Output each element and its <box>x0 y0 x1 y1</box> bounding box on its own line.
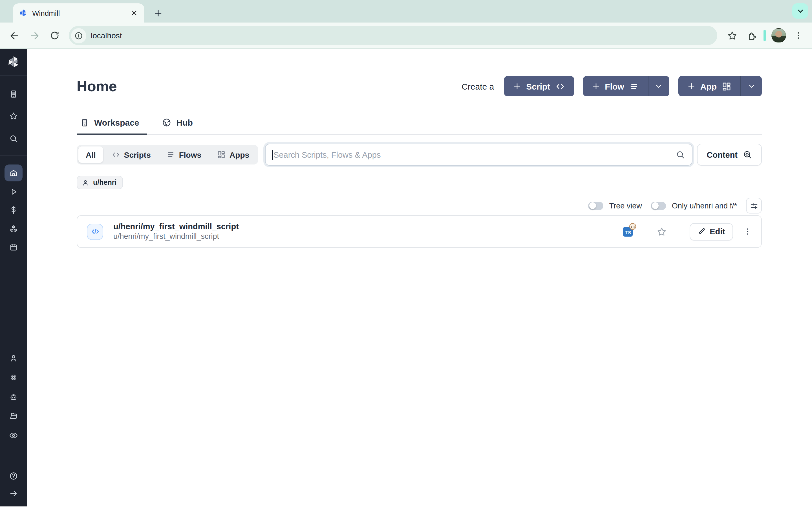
windmill-logo[interactable] <box>0 55 27 69</box>
kebab-menu-icon[interactable] <box>742 226 753 237</box>
sidebar-item-runs[interactable] <box>0 184 27 199</box>
search-input[interactable]: Search Scripts, Flows & Apps <box>265 144 693 166</box>
search-code-icon <box>743 150 752 159</box>
create-app-label: App <box>700 81 717 91</box>
bun-icon <box>629 223 636 230</box>
toolbar-right <box>725 28 806 43</box>
search-placeholder: Search Scripts, Flows & Apps <box>273 150 675 159</box>
url-text: localhost <box>91 31 122 40</box>
only-owner-toggle[interactable] <box>651 202 666 210</box>
new-tab-icon[interactable] <box>151 6 165 20</box>
create-app-dropdown[interactable] <box>741 76 762 96</box>
sidebar <box>0 49 27 506</box>
sidebar-item-folders[interactable] <box>0 408 27 423</box>
filter-scripts[interactable]: Scripts <box>104 147 158 163</box>
sidebar-item-user[interactable] <box>0 351 27 365</box>
owner-badge-label: u/henri <box>93 179 116 186</box>
dashboard-grid-icon <box>217 151 225 159</box>
tab-close-icon[interactable] <box>130 8 139 17</box>
text-caret <box>272 150 273 160</box>
tab-hub[interactable]: Hub <box>158 118 201 134</box>
chevron-down-icon <box>748 82 755 90</box>
filter-flows[interactable]: Flows <box>159 147 209 163</box>
content-button-label: Content <box>707 150 738 159</box>
chevron-down-icon <box>655 82 663 90</box>
code-icon <box>112 151 120 159</box>
only-owner-label: Only u/henri and f/* <box>672 202 737 210</box>
create-app-button[interactable]: App <box>678 76 762 96</box>
view-options-row: Tree view Only u/henri and f/* <box>77 198 762 214</box>
windmill-favicon <box>18 8 28 17</box>
tab-workspace[interactable]: Workspace <box>77 118 147 134</box>
flow-lines-icon <box>629 81 639 91</box>
sidebar-item-workers[interactable] <box>0 390 27 404</box>
sidebar-item-workspace[interactable] <box>0 87 27 101</box>
edit-button[interactable]: Edit <box>689 223 733 240</box>
globe-icon <box>162 118 171 127</box>
url-bar[interactable]: localhost <box>69 26 717 45</box>
browser-menu-icon[interactable] <box>792 29 805 42</box>
filter-apps[interactable]: Apps <box>210 147 257 163</box>
search-icon <box>675 150 685 159</box>
main-content: Home Create a Script Flow <box>27 49 812 506</box>
expand-sidebar-arrow-icon[interactable] <box>0 486 27 501</box>
reload-icon[interactable] <box>46 27 63 44</box>
sidebar-item-favorites[interactable] <box>0 109 27 123</box>
tab-title: Windmill <box>32 9 130 17</box>
code-icon <box>87 223 103 240</box>
extension-pin-indicator <box>763 30 766 41</box>
back-icon[interactable] <box>6 27 22 44</box>
create-flow-label: Flow <box>605 81 624 91</box>
bookmark-star-icon[interactable] <box>725 29 739 42</box>
sidebar-item-schedules[interactable] <box>0 240 27 255</box>
plus-icon <box>688 82 695 90</box>
window-chevron-icon[interactable] <box>792 3 808 18</box>
sidebar-item-settings[interactable] <box>0 370 27 385</box>
screen: Windmill localhost <box>0 0 812 507</box>
browser-tab[interactable]: Windmill <box>13 3 144 22</box>
forward-icon[interactable] <box>26 27 43 44</box>
code-icon <box>555 81 565 91</box>
create-script-label: Script <box>526 81 550 91</box>
profile-avatar[interactable] <box>771 28 786 43</box>
pencil-icon <box>697 228 705 235</box>
filter-apps-label: Apps <box>230 150 249 159</box>
tab-hub-label: Hub <box>176 118 193 127</box>
browser-toolbar: localhost <box>0 22 812 49</box>
create-flow-button[interactable]: Flow <box>583 76 669 96</box>
plus-icon <box>592 82 600 90</box>
language-badge: TS <box>623 227 632 236</box>
create-a-label: Create a <box>462 81 494 91</box>
sidebar-item-audit[interactable] <box>0 428 27 443</box>
tree-view-toggle[interactable] <box>589 202 604 210</box>
create-flow-dropdown[interactable] <box>648 76 669 96</box>
flow-lines-icon <box>167 151 175 159</box>
filter-row: All Scripts Flows Apps <box>77 144 762 166</box>
item-path: u/henri/my_first_windmill_script <box>113 232 239 242</box>
edit-button-label: Edit <box>710 227 725 236</box>
filter-all[interactable]: All <box>79 147 103 163</box>
building-icon <box>80 118 89 127</box>
filter-settings-button[interactable] <box>746 198 762 214</box>
sidebar-divider <box>0 155 27 156</box>
sliders-icon <box>750 202 758 210</box>
script-list-item[interactable]: u/henri/my_first_windmill_script u/henri… <box>77 215 762 248</box>
favorite-star-icon[interactable] <box>656 226 667 237</box>
owner-filter-badge[interactable]: u/henri <box>77 176 123 189</box>
sidebar-item-search[interactable] <box>0 131 27 146</box>
site-info-icon[interactable] <box>71 28 86 43</box>
help-icon[interactable] <box>0 469 27 483</box>
browser-tabstrip: Windmill <box>0 0 812 22</box>
content-search-button[interactable]: Content <box>697 144 762 166</box>
dashboard-grid-icon <box>722 81 731 91</box>
create-script-button[interactable]: Script <box>504 76 574 96</box>
sidebar-divider <box>0 75 27 75</box>
page-title: Home <box>77 77 117 95</box>
type-filter-group: All Scripts Flows Apps <box>77 145 258 165</box>
person-icon <box>82 179 89 186</box>
item-title[interactable]: u/henri/my_first_windmill_script <box>113 221 239 231</box>
extensions-puzzle-icon[interactable] <box>744 29 758 42</box>
sidebar-item-resources[interactable] <box>0 221 27 236</box>
sidebar-item-home[interactable] <box>4 165 22 181</box>
sidebar-item-variables[interactable] <box>0 203 27 217</box>
